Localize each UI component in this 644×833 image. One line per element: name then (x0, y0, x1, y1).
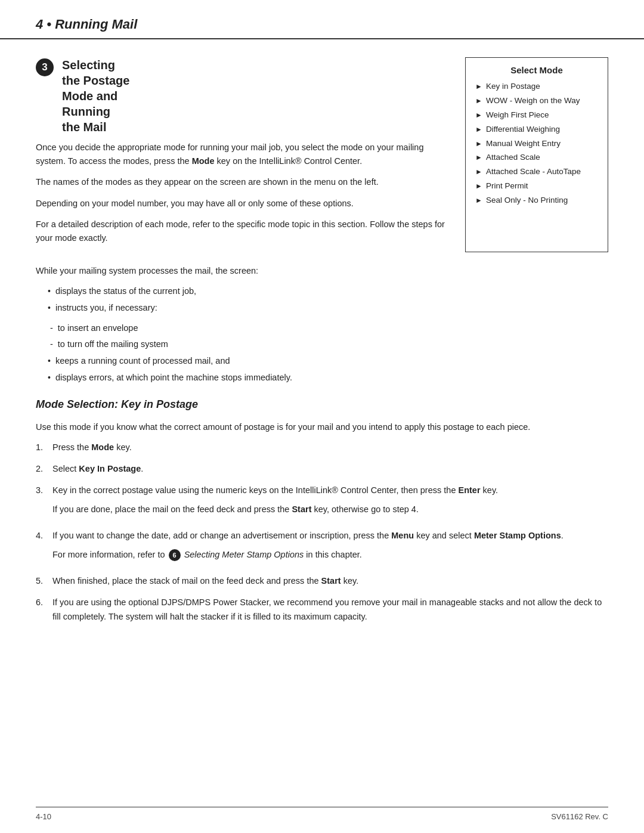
list-item: ►Attached Scale (475, 152, 598, 163)
arrow-icon: ► (475, 196, 482, 206)
arrow-icon: ► (475, 96, 482, 106)
bullet-item: displays errors, at which point the mach… (48, 371, 608, 385)
bullet-list-1: displays the status of the current job, … (48, 284, 608, 315)
list-item: ►WOW - Weigh on the Way (475, 95, 598, 107)
arrow-icon: ► (475, 153, 482, 163)
step-num: 5. (36, 574, 47, 589)
step-6: 6. If you are using the optional DJPS/DM… (36, 596, 608, 624)
arrow-icon: ► (475, 167, 482, 177)
step-2: 2. Select Key In Postage. (36, 462, 608, 476)
mode-intro: Use this mode if you know what the corre… (36, 420, 608, 435)
page-footer: 4-10 SV61162 Rev. C (36, 807, 608, 821)
section-heading: 3 Selecting the Postage Mode and Running… (36, 57, 447, 135)
intro-para-3: Depending on your model number, you may … (36, 197, 447, 210)
process-intro: While your mailing system processes the … (36, 264, 608, 278)
select-mode-box: Select Mode ►Key in Postage ►WOW - Weigh… (465, 57, 608, 252)
arrow-icon: ► (475, 181, 482, 191)
step-num: 6. (36, 596, 47, 610)
step-num: 4. (36, 529, 47, 543)
page-title: 4 • Running Mail (36, 17, 608, 32)
step-content: When finished, place the stack of mail o… (52, 574, 608, 589)
list-item: ►Seal Only - No Printing (475, 195, 598, 206)
step-1: 1. Press the Mode key. (36, 441, 608, 455)
main-body: While your mailing system processes the … (36, 264, 608, 624)
intro-para-2: The names of the modes as they appear on… (36, 175, 447, 189)
arrow-icon: ► (475, 110, 482, 120)
page-header: 4 • Running Mail (0, 0, 644, 39)
mode-section-title: Mode Selection: Key in Postage (36, 396, 608, 414)
sub-list: to insert an envelope to turn off the ma… (50, 321, 608, 352)
list-item: ►Differential Weighing (475, 124, 598, 135)
intro-para-4: For a detailed description of each mode,… (36, 218, 447, 245)
step-content: If you are using the optional DJPS/DMPS … (52, 596, 608, 624)
step-num: 3. (36, 484, 47, 498)
steps-list: 1. Press the Mode key. 2. Select Key In … (36, 441, 608, 624)
step-content: Press the Mode key. (52, 441, 608, 455)
section-badge: 3 (36, 58, 54, 76)
arrow-icon: ► (475, 82, 482, 92)
bullet-list-2: keeps a running count of processed mail,… (48, 354, 608, 385)
step-content: If you want to change the date, add or c… (52, 529, 608, 567)
step-content: Select Key In Postage. (52, 462, 608, 476)
arrow-icon: ► (475, 125, 482, 135)
arrow-icon: ► (475, 139, 482, 149)
badge-ref-6: 6 (169, 549, 181, 561)
list-item: ►Key in Postage (475, 81, 598, 92)
footer-left: 4-10 (36, 812, 51, 821)
bullet-item: keeps a running count of processed mail,… (48, 354, 608, 368)
main-content-row: 3 Selecting the Postage Mode and Running… (36, 57, 608, 252)
step-num: 2. (36, 462, 47, 476)
step-4: 4. If you want to change the date, add o… (36, 529, 608, 567)
sub-list-item: to insert an envelope (50, 321, 608, 336)
list-item: ►Manual Weight Entry (475, 138, 598, 150)
list-item: ►Attached Scale - AutoTape (475, 166, 598, 178)
sub-list-item: to turn off the mailing system (50, 337, 608, 352)
bullet-item: displays the status of the current job, (48, 284, 608, 299)
step-5: 5. When finished, place the stack of mai… (36, 574, 608, 589)
footer-right: SV61162 Rev. C (551, 812, 608, 821)
select-mode-list: ►Key in Postage ►WOW - Weigh on the Way … (475, 81, 598, 206)
step-content: Key in the correct postage value using t… (52, 484, 608, 522)
select-mode-title: Select Mode (475, 65, 598, 75)
step-num: 1. (36, 441, 47, 455)
bullet-item: instructs you, if necessary: (48, 301, 608, 315)
left-column: 3 Selecting the Postage Mode and Running… (36, 57, 447, 252)
intro-para-1: Once you decide the appropriate mode for… (36, 141, 447, 168)
section-title: Selecting the Postage Mode and Running t… (62, 57, 129, 135)
list-item: ►Weigh First Piece (475, 110, 598, 121)
step-3: 3. Key in the correct postage value usin… (36, 484, 608, 522)
list-item: ►Print Permit (475, 181, 598, 192)
